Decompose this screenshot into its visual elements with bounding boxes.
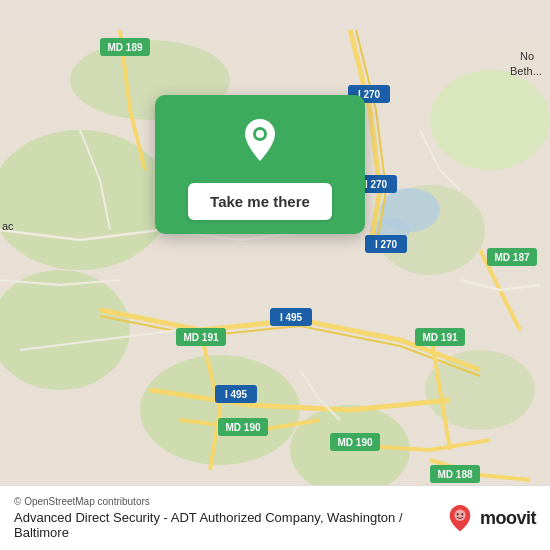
- svg-point-6: [430, 70, 550, 170]
- svg-text:I 495: I 495: [225, 389, 248, 400]
- svg-point-41: [457, 513, 459, 515]
- svg-point-39: [256, 130, 264, 138]
- svg-text:No: No: [520, 50, 534, 62]
- svg-text:MD 189: MD 189: [107, 42, 142, 53]
- location-pin-icon: [233, 113, 287, 167]
- svg-point-42: [461, 513, 463, 515]
- svg-text:MD 190: MD 190: [337, 437, 372, 448]
- svg-text:MD 187: MD 187: [494, 252, 529, 263]
- moovit-logo-icon: [445, 503, 475, 533]
- bottom-bar: © OpenStreetMap contributors Advanced Di…: [0, 485, 550, 550]
- moovit-brand-text: moovit: [480, 508, 536, 529]
- location-card: Take me there: [155, 95, 365, 234]
- svg-text:MD 188: MD 188: [437, 469, 472, 480]
- svg-text:I 270: I 270: [375, 239, 398, 250]
- take-me-there-button[interactable]: Take me there: [188, 183, 332, 220]
- map-background: I 270 I 270 I 270 I 495 I 495 MD 189 MD …: [0, 0, 550, 550]
- svg-text:I 270: I 270: [365, 179, 388, 190]
- svg-text:Beth...: Beth...: [510, 65, 542, 77]
- location-name: Advanced Direct Security - ADT Authorize…: [14, 510, 445, 540]
- svg-text:ac: ac: [2, 220, 14, 232]
- map-container: I 270 I 270 I 270 I 495 I 495 MD 189 MD …: [0, 0, 550, 550]
- svg-text:I 495: I 495: [280, 312, 303, 323]
- svg-text:MD 191: MD 191: [183, 332, 218, 343]
- moovit-logo: moovit: [445, 503, 536, 533]
- osm-attribution: © OpenStreetMap contributors: [14, 496, 445, 507]
- svg-text:MD 191: MD 191: [422, 332, 457, 343]
- bottom-info: © OpenStreetMap contributors Advanced Di…: [14, 496, 445, 540]
- svg-text:MD 190: MD 190: [225, 422, 260, 433]
